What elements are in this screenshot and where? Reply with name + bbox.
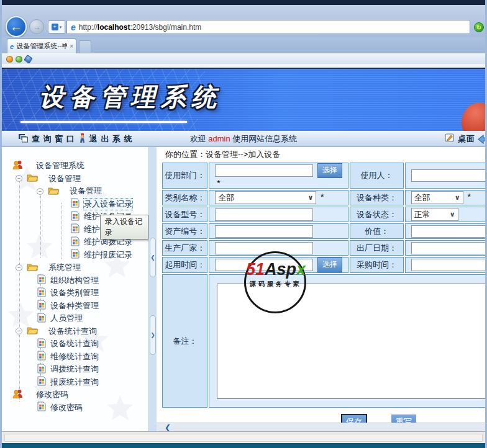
manufacturer-input[interactable] — [215, 242, 313, 254]
status-bar — [2, 431, 485, 443]
pick-date-button[interactable]: 选择 — [317, 258, 342, 272]
tree-root[interactable]: 设备管理系统 — [2, 159, 148, 172]
banner-underline — [20, 121, 187, 123]
browser-window: ← → + ▾ e http://localhost:20913/sbgl/ma… — [0, 0, 487, 448]
collapse-handle[interactable]: ❮ — [150, 238, 156, 277]
field-label: 类别名称： — [162, 190, 207, 205]
tab-favicon-icon: e — [10, 43, 14, 50]
person-exit-icon — [79, 133, 86, 145]
tree-item[interactable]: 设备种类管理 — [2, 300, 148, 313]
tree-item[interactable]: 调拨统计查询 — [2, 363, 148, 376]
expand-handle[interactable]: ❯ — [150, 315, 156, 355]
equipment-form: 使用部门： 选择 * 使用人： 类别名称： 全部∨ * 设备种类： — [161, 161, 485, 409]
collapse-toggle-icon[interactable]: − — [16, 175, 22, 182]
collapse-toggle-icon[interactable]: − — [16, 264, 22, 271]
menu-exit-system[interactable]: 退 出 系 统 — [79, 133, 133, 145]
factory-date-input[interactable] — [411, 242, 485, 254]
chevron-down-icon: ▾ — [60, 25, 62, 30]
collapse-toggle-icon[interactable]: − — [37, 188, 43, 195]
site-banner: 设备管理系统 — [2, 68, 485, 131]
tree-item-label: 维护报废记录 — [84, 249, 132, 261]
tree-item[interactable]: 人员管理 — [2, 312, 148, 325]
tree-item[interactable]: 组织结构管理 — [2, 274, 148, 287]
required-mark: * — [217, 178, 220, 188]
tree-folder[interactable]: −设备管理 — [2, 172, 148, 186]
tree-item[interactable]: 维护报废记录 — [2, 249, 148, 262]
breadcrumb: 你的位置：设备管理-->加入设备 — [157, 147, 485, 161]
refresh-icon[interactable]: ↻ — [474, 22, 484, 32]
scroll-left-icon[interactable]: ❮ — [165, 424, 171, 431]
collapse-toggle-icon[interactable]: − — [16, 328, 22, 334]
favorite-blue-icon[interactable] — [24, 54, 33, 63]
field-label: 使用部门： — [162, 163, 207, 189]
field-label: 设备型号： — [162, 207, 207, 222]
required-mark: * — [321, 192, 324, 202]
tree-item[interactable]: 修改密码 — [2, 401, 148, 414]
menu-query-window[interactable]: 查 询 窗 口 — [18, 133, 75, 145]
horizontal-scrollbar[interactable]: ❮ — [157, 423, 485, 431]
use-department-input[interactable] — [215, 164, 313, 177]
new-tab-button[interactable] — [79, 40, 91, 53]
kind-select[interactable]: 全部∨ — [411, 191, 463, 204]
tree-item-label: 录入设备记录 — [84, 199, 132, 210]
forward-button[interactable]: → — [29, 19, 44, 34]
tree-folder[interactable]: −设备管理 — [2, 185, 148, 198]
tree-item[interactable]: 报废统计查询 — [2, 376, 148, 389]
tree-item-label: 修改密码 — [36, 389, 68, 400]
tree-folder[interactable]: −设备统计查询 — [2, 325, 148, 338]
start-time-input[interactable] — [215, 259, 313, 271]
tree-item[interactable]: 维修统计查询 — [2, 351, 148, 364]
users-icon — [12, 389, 24, 400]
desktop-edit-icon — [445, 133, 455, 145]
category-select[interactable]: 全部∨ — [215, 191, 316, 204]
status-select[interactable]: 正常∨ — [411, 208, 458, 221]
address-bar[interactable]: e http://localhost:20913/sbgl/main.htm — [66, 20, 470, 34]
document-icon — [71, 198, 80, 210]
document-icon — [37, 338, 46, 350]
navigation-sidebar: 设备管理系统−设备管理−设备管理录入设备记录维护设备记录维护维修记录维护调拨记录… — [2, 147, 149, 431]
browser-titlebar: ← → + ▾ e http://localhost:20913/sbgl/ma… — [2, 5, 485, 37]
tree-item[interactable]: 录入设备记录 — [2, 198, 148, 211]
tree-item-label: 系统管理 — [48, 262, 81, 273]
tree-item[interactable]: 设备类别管理 — [2, 287, 148, 300]
favorite-orange-icon[interactable] — [6, 56, 13, 63]
document-icon — [71, 223, 80, 235]
tree-item[interactable]: 设备统计查询 — [2, 338, 148, 351]
ie-icon: e — [71, 22, 76, 32]
folder-icon — [27, 262, 39, 273]
tab-close-icon[interactable]: × — [70, 43, 73, 50]
back-button[interactable]: ← — [6, 16, 27, 37]
tree-item-label: 设备种类管理 — [50, 300, 99, 311]
username: admin — [208, 134, 230, 143]
tree-item-label: 设备管理 — [48, 173, 81, 184]
site-title: 设备管理系统 — [39, 80, 222, 114]
purchase-time-input[interactable] — [411, 259, 485, 271]
compatibility-button[interactable]: + ▾ — [48, 20, 65, 34]
menu-desktop[interactable]: 桌面 — [445, 133, 475, 145]
url-text[interactable]: http://localhost:20913/sbgl/main.htm — [79, 23, 201, 32]
model-input[interactable] — [215, 208, 313, 221]
chevron-down-icon: ∨ — [307, 194, 313, 202]
remark-textarea[interactable] — [217, 284, 485, 399]
asset-number-input[interactable] — [215, 225, 313, 238]
pane-splitter[interactable]: ❮ ❯ — [149, 147, 157, 431]
favorite-green-icon[interactable] — [16, 56, 22, 63]
document-icon — [37, 313, 46, 325]
collapse-left-arrow-icon[interactable] — [478, 135, 487, 143]
tree-item-label: 设备管理系统 — [36, 160, 84, 171]
window-bottom-edge — [0, 443, 487, 448]
tree-root[interactable]: 修改密码 — [2, 388, 148, 401]
chevron-down-icon: ∨ — [455, 194, 460, 202]
tab-equipment-system[interactable]: e 设备管理系统--毕业设计... × — [7, 38, 76, 53]
shield-icon: + — [52, 24, 58, 30]
tree-folder[interactable]: −系统管理 — [2, 261, 148, 274]
pick-department-button[interactable]: 选择 — [317, 163, 342, 178]
tree-item-label: 设备管理 — [70, 186, 102, 197]
value-input[interactable] — [411, 225, 485, 238]
links-toolbar — [2, 53, 485, 64]
user-input[interactable] — [411, 169, 485, 182]
sidebar-tree: 设备管理系统−设备管理−设备管理录入设备记录维护设备记录维护维修记录维护调拨记录… — [2, 147, 148, 414]
chevron-right-icon: ❯ — [150, 332, 155, 338]
tree-item-label: 设备统计查询 — [48, 326, 97, 337]
field-label: 出厂日期： — [350, 240, 403, 256]
